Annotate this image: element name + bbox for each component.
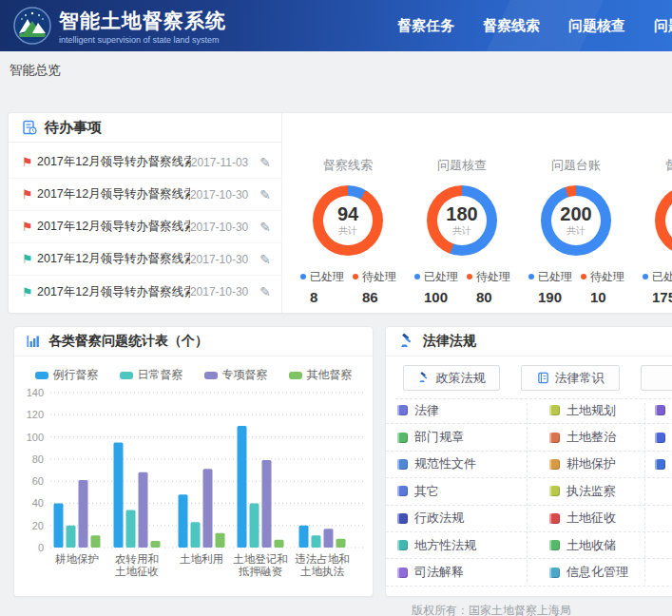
book-icon (549, 568, 560, 578)
processed-value: 8 (300, 289, 353, 305)
edit-pencil-icon[interactable]: ✎ (259, 155, 271, 170)
column-divider (644, 403, 645, 582)
stat-total-label: 共计 (566, 224, 586, 238)
stat-donut-group: 问题核查180共计已处理待处理10080 (405, 113, 519, 305)
legal-cell (655, 459, 672, 470)
processed-value: 100 (414, 289, 467, 305)
svg-text:60: 60 (32, 475, 44, 487)
edit-pencil-icon[interactable]: ✎ (259, 187, 271, 202)
legal-item-土地规划[interactable]: 土地规划 (549, 402, 655, 419)
legal-item[interactable] (655, 405, 672, 415)
legal-list-row: 司法解释信息化管理 (386, 559, 672, 586)
legend-processed: 已处理 (643, 269, 672, 285)
legend-processed: 已处理 (414, 269, 467, 285)
column-divider (527, 403, 528, 582)
stat-legend: 已处理待处理 (405, 269, 519, 285)
nav-item-督察任务[interactable]: 督察任务 (397, 17, 454, 35)
book-icon (549, 433, 560, 443)
stat-title: 问题核查 (405, 157, 519, 174)
pending-dot-icon (581, 274, 586, 279)
bar-chart-canvas: 020406080100120140耕地保护农转用和土地征收土地利用土地登记和抵… (18, 382, 372, 597)
todo-row[interactable]: ⚑2017年12月领导转办督察线索2017-11-03✎ (9, 146, 282, 179)
donut-ring: 180共计 (427, 185, 497, 256)
legal-item-执法监察[interactable]: 执法监察 (549, 483, 655, 500)
legal-button-more[interactable] (641, 365, 672, 391)
legal-button-label: 政策法规 (436, 370, 486, 387)
todo-row[interactable]: ⚑2017年12月领导转办督察线索2017-10-30✎ (9, 276, 282, 308)
donut-ring: 200共计 (541, 185, 611, 256)
legal-cell: 信息化管理 (549, 564, 655, 581)
gavel-icon (418, 372, 431, 384)
legend-item-其他督察[interactable]: 其他督察 (289, 367, 353, 383)
svg-text:农转用和土地征收: 农转用和土地征收 (115, 553, 159, 577)
donut-ring (655, 185, 672, 256)
stat-total-value: 180 (446, 204, 477, 223)
book-icon (537, 372, 549, 384)
book-icon (549, 486, 560, 496)
legal-item-label: 土地整治 (566, 429, 616, 446)
donut-center: 180共计 (437, 196, 487, 245)
legal-item-土地征收[interactable]: 土地征收 (549, 510, 655, 527)
stat-title: 督察任务 (633, 157, 672, 174)
svg-text:40: 40 (32, 497, 44, 509)
processed-value: 190 (528, 289, 581, 305)
legal-item[interactable] (655, 433, 672, 443)
legal-item-label: 规范性文件 (414, 455, 476, 472)
stats-strip: 督察线索94共计已处理待处理886问题核查180共计已处理待处理10080问题台… (291, 113, 672, 305)
legal-list: 法律土地规划部门规章土地整治规范性文件耕地保护其它执法监察行政法规土地征收地方性… (386, 397, 672, 587)
legal-item-label: 法律 (414, 402, 439, 419)
todo-row[interactable]: ⚑2017年12月领导转办督察线索2017-10-30✎ (9, 179, 282, 211)
todo-row[interactable]: ⚑2017年12月领导转办督察线索2017-10-30✎ (9, 211, 282, 243)
legal-item-信息化管理[interactable]: 信息化管理 (549, 564, 655, 581)
legal-item-土地收储[interactable]: 土地收储 (549, 537, 655, 554)
legend-processed: 已处理 (528, 269, 581, 285)
legal-item-土地整治[interactable]: 土地整治 (549, 429, 655, 446)
legal-cell: 土地规划 (549, 402, 655, 419)
todo-item-label: 2017年12月领导转办督察线索 (37, 154, 191, 170)
flag-icon: ⚑ (22, 252, 37, 266)
pending-dot-icon (353, 274, 358, 279)
nav-item-问题核查[interactable]: 问题核查 (568, 17, 625, 35)
nav-item-问题台账[interactable]: 问题台账 (654, 17, 672, 35)
flag-icon: ⚑ (22, 285, 37, 299)
edit-pencil-icon[interactable]: ✎ (259, 284, 271, 299)
stat-title: 督察线索 (291, 157, 405, 174)
todo-list-icon (22, 120, 37, 135)
stat-total-value: 200 (560, 204, 591, 223)
book-icon (397, 540, 408, 550)
book-icon (655, 459, 665, 470)
edit-pencil-icon[interactable]: ✎ (259, 252, 271, 267)
legend-item-专项督察[interactable]: 专项督察 (204, 367, 268, 383)
legend-label: 日常督察 (138, 367, 183, 383)
issues-chart-card: 各类督察问题统计表（个） 例行督察日常督察专项督察其他督察 0204060801… (13, 326, 374, 597)
edit-pencil-icon[interactable]: ✎ (259, 220, 271, 235)
legal-button-政策法规[interactable]: 政策法规 (403, 365, 500, 391)
legend-pending: 待处理 (581, 269, 633, 285)
processed-value: 175 (643, 289, 672, 305)
stat-donut-group: 督察线索94共计已处理待处理886 (291, 113, 405, 305)
legal-item-耕地保护[interactable]: 耕地保护 (549, 455, 655, 472)
legal-item-label: 土地规划 (566, 402, 616, 419)
legal-item[interactable] (655, 459, 672, 470)
legend-item-例行督察[interactable]: 例行督察 (35, 367, 99, 383)
nav-menu: 督察任务督察线索问题核查问题台账 (397, 0, 672, 51)
legal-button-法律常识[interactable]: 法律常识 (521, 365, 620, 391)
pending-value: 86 (353, 289, 405, 305)
stat-donut-group: 问题台账200共计已处理待处理19010 (519, 113, 633, 305)
legal-list-row: 行政法规土地征收 (386, 506, 672, 532)
nav-item-督察线索[interactable]: 督察线索 (483, 17, 540, 35)
legend-item-日常督察[interactable]: 日常督察 (120, 367, 183, 383)
stat-legend: 已处理待处理 (291, 269, 405, 285)
legend-swatch-icon (120, 372, 133, 379)
legal-cell: 土地收储 (549, 537, 655, 554)
legal-cell: 土地整治 (549, 429, 655, 446)
legend-label: 专项督察 (222, 367, 268, 383)
todo-row[interactable]: ⚑2017年12月领导转办督察线索2017-10-30✎ (9, 243, 282, 276)
app-logo: 智能土地督察系统 intelligent supervision of stat… (13, 7, 226, 45)
svg-text:土地利用: 土地利用 (180, 553, 223, 565)
legend-pending: 待处理 (467, 269, 519, 285)
book-icon (655, 405, 665, 415)
legend-swatch-icon (35, 372, 48, 379)
flag-icon: ⚑ (22, 187, 37, 202)
legal-item-label: 耕地保护 (566, 455, 616, 472)
